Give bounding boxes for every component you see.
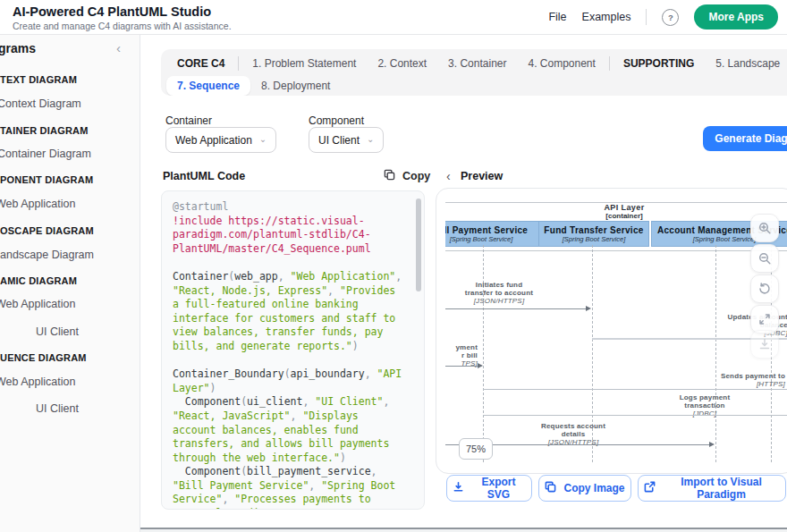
tab-context[interactable]: 2. Context <box>367 54 437 73</box>
tab-problem-statement[interactable]: 1. Problem Statement <box>241 54 367 73</box>
zoom-level-badge: 75% <box>459 438 493 460</box>
sidebar-collapse-icon[interactable]: ‹ <box>111 39 126 56</box>
tab-container[interactable]: 3. Container <box>437 54 517 73</box>
boundary-subtitle: [container] <box>553 212 696 220</box>
tabs-row-1: CORE C4 1. Problem Statement 2. Context … <box>166 53 787 74</box>
preview-collapse-icon[interactable]: ‹ <box>441 168 456 184</box>
participant-fund-transfer-service: Fund Transfer Service [Spring Boot Servi… <box>538 221 649 247</box>
sidebar-item-web-application[interactable]: Web Application <box>0 298 75 310</box>
more-apps-button[interactable]: More Apps <box>694 4 778 30</box>
message-arrow <box>445 308 586 309</box>
sidebar-title: grams <box>0 41 36 55</box>
tab-group-core-c4: CORE C4 <box>166 54 235 73</box>
arrowhead-icon <box>478 363 483 368</box>
boundary-title: API Layer <box>553 203 696 212</box>
component-select-label: Component <box>309 114 364 127</box>
download-image-button[interactable] <box>750 330 779 359</box>
message-arrow <box>445 366 478 367</box>
container-select[interactable]: Web Application ⌄ <box>165 127 276 153</box>
zoom-in-button[interactable] <box>750 214 779 242</box>
tabs-row-2: 7. Sequence 8. Deployment <box>166 75 341 96</box>
app-title: AI-Powered C4 PlantUML Studio <box>13 4 211 19</box>
generate-diagram-button[interactable]: Generate Diagram <box>703 126 787 151</box>
tab-group-supporting: SUPPORTING <box>613 54 705 73</box>
sidebar-section-sequence: UENCE DIAGRAM <box>0 352 87 363</box>
tabs-bar: CORE C4 1. Problem Statement 2. Context … <box>161 49 787 96</box>
examples-menu-button[interactable]: Examples <box>582 11 631 23</box>
copy-icon <box>384 169 395 183</box>
lifeline <box>715 245 716 462</box>
message-sends-payment: Sends payment to [HTTPS] <box>671 372 785 388</box>
message-requests-account-details: Requests account details [JSON/HTTPS] <box>524 422 622 446</box>
copy-button-label: Copy <box>402 170 430 182</box>
help-icon[interactable]: ? <box>662 9 679 26</box>
message-line <box>483 389 787 390</box>
sidebar-item-ui-client[interactable]: UI Client <box>36 402 79 415</box>
export-svg-button[interactable]: Export SVG <box>446 475 532 502</box>
component-select-value: UI Client <box>318 134 360 147</box>
zoom-in-icon <box>758 222 771 234</box>
import-to-visual-paradigm-button[interactable]: Import to Visual Paradigm <box>638 475 786 502</box>
file-menu-button[interactable]: File <box>548 11 566 23</box>
app-subtitle: Create and manage C4 diagrams with AI as… <box>13 21 232 31</box>
tab-landscape[interactable]: 5. Landscape <box>705 54 787 73</box>
export-svg-label: Export SVG <box>471 476 526 501</box>
sequence-diagram: API Layer [container] Bill Payment Servi… <box>445 199 787 462</box>
tab-separator <box>238 56 239 71</box>
component-select[interactable]: UI Client ⌄ <box>309 127 384 153</box>
code-panel-title: PlantUML Code <box>163 170 245 182</box>
sidebar-section-component: PONENT DIAGRAM <box>0 174 93 185</box>
code-scrollbar-thumb[interactable] <box>416 198 421 291</box>
participant-tech: [Spring Boot Service] <box>563 235 625 243</box>
download-icon <box>758 338 771 350</box>
tab-component[interactable]: 4. Component <box>517 54 605 73</box>
arrowhead-icon <box>709 442 715 447</box>
sidebar-item-context-diagram[interactable]: Context Diagram <box>0 97 81 110</box>
copy-image-button[interactable]: Copy Image <box>538 475 631 502</box>
sidebar-item-container-diagram[interactable]: Container Diagram <box>0 148 91 160</box>
copy-code-button[interactable]: Copy <box>378 168 436 184</box>
sidebar: grams ‹ TEXT DIAGRAM Context Diagram TAI… <box>0 34 140 532</box>
participant-name: Fund Transfer Service <box>544 225 643 235</box>
arrowhead-icon <box>586 306 591 311</box>
sidebar-section-landscape: OSCAPE DIAGRAM <box>0 225 94 236</box>
import-to-visual-paradigm-label: Import to Visual Paradigm <box>663 476 780 501</box>
message-payment-for-bill: yment r bill TPS] <box>445 343 478 367</box>
download-icon <box>453 481 464 495</box>
zoom-out-icon <box>758 252 771 265</box>
message-initiates-fund-transfer: Initiates fund transfer to account [JSON… <box>450 281 548 305</box>
reset-view-button[interactable] <box>750 274 779 303</box>
code-editor[interactable]: @startuml !include https://static.visual… <box>161 190 425 510</box>
fullscreen-icon <box>758 313 771 325</box>
container-select-label: Container <box>165 114 212 127</box>
external-link-icon <box>644 481 656 495</box>
sidebar-item-landscape-diagram[interactable]: andscape Diagram <box>0 249 94 261</box>
sidebar-section-context: TEXT DIAGRAM <box>0 74 77 85</box>
app-header: AI-Powered C4 PlantUML Studio Create and… <box>0 0 787 35</box>
sidebar-item-ui-client[interactable]: UI Client <box>36 325 79 338</box>
header-divider <box>646 9 647 25</box>
header-menu: File Examples ? More Apps <box>548 0 778 34</box>
sidebar-section-dynamic: AMIC DIAGRAM <box>0 275 77 286</box>
message-line <box>483 415 787 416</box>
preview-panel-title: Preview <box>461 170 503 182</box>
reset-icon <box>758 283 771 295</box>
chevron-down-icon: ⌄ <box>259 134 267 144</box>
sidebar-section-container: TAINER DIAGRAM <box>0 125 89 136</box>
zoom-out-button[interactable] <box>750 244 779 273</box>
participant-name: Bill Payment Service <box>445 225 528 235</box>
tab-sequence[interactable]: 7. Sequence <box>166 76 250 96</box>
participant-tech: [Spring Boot Service] <box>693 235 756 243</box>
copy-image-label: Copy Image <box>563 482 624 494</box>
participant-tech: [Spring Boot Service] <box>450 235 512 243</box>
participant-bill-payment-service: Bill Payment Service [Spring Boot Servic… <box>445 221 542 247</box>
tab-separator <box>609 56 610 71</box>
lifeline <box>483 245 484 462</box>
sidebar-item-web-application[interactable]: Web Application <box>0 198 75 210</box>
preview-card: API Layer [container] Bill Payment Servi… <box>436 188 787 474</box>
tab-deployment[interactable]: 8. Deployment <box>250 76 341 96</box>
message-logs-payment-transaction: Logs payment transaction [JDBC] <box>660 393 749 418</box>
code-content: @startuml !include https://static.visual… <box>173 200 408 510</box>
sidebar-item-web-application[interactable]: Web Application <box>0 376 75 388</box>
chevron-down-icon: ⌄ <box>367 134 374 144</box>
